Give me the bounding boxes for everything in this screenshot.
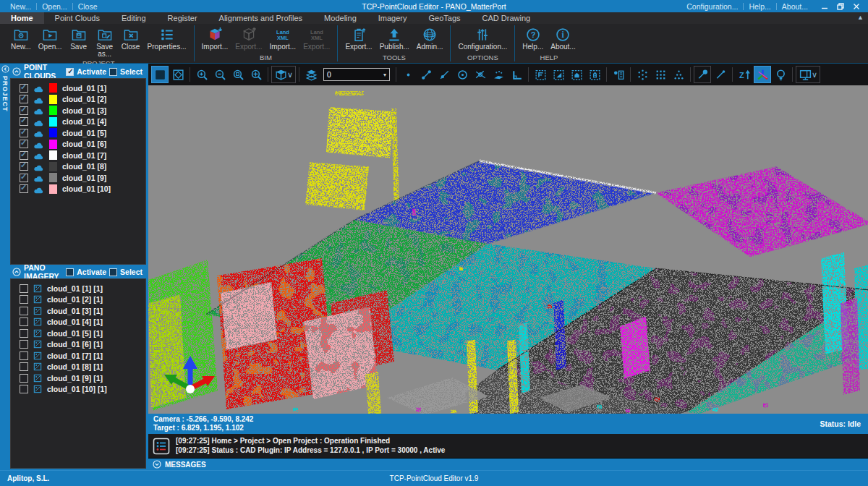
chevron-down-circle-icon[interactable]	[153, 460, 161, 469]
point-clouds-activate-checkbox[interactable]	[66, 68, 74, 76]
z-up-icon[interactable]: Z	[736, 66, 753, 83]
import-button[interactable]: Import...	[198, 26, 232, 51]
visibility-checkbox[interactable]	[20, 129, 28, 137]
pano-image-label[interactable]: cloud_01 [5] [1]	[47, 329, 103, 338]
pano-image-label[interactable]: cloud_01 [9] [1]	[47, 374, 103, 383]
color-swatch[interactable]	[49, 128, 57, 137]
visibility-checkbox[interactable]	[20, 284, 28, 293]
visibility-checkbox[interactable]	[20, 385, 28, 393]
viewport-3d[interactable]	[148, 85, 868, 414]
visibility-checkbox[interactable]	[20, 117, 28, 126]
polyline-icon[interactable]	[417, 66, 435, 83]
segment-end-icon[interactable]	[712, 66, 729, 83]
close-icon[interactable]	[849, 1, 864, 12]
zoom-out-icon[interactable]	[211, 66, 229, 83]
export-button[interactable]: Export...	[341, 26, 375, 51]
pano-image-label[interactable]: cloud_01 [1] [1]	[47, 284, 103, 293]
pano-image-label[interactable]: cloud_01 [10] [1]	[47, 385, 107, 393]
save-as-button[interactable]: Save as...	[92, 26, 118, 59]
visibility-checkbox[interactable]	[20, 84, 28, 93]
visibility-checkbox[interactable]	[20, 140, 28, 148]
titlebar-close-button[interactable]: Close	[78, 2, 98, 11]
pano-imagery-activate-checkbox[interactable]	[66, 268, 74, 276]
color-swatch[interactable]	[49, 173, 57, 182]
point-clouds-select-checkbox[interactable]	[109, 68, 117, 76]
visibility-checkbox[interactable]	[20, 362, 28, 371]
layer-select-dropdown[interactable]: 0▾	[323, 68, 390, 81]
tab-cad-drawing[interactable]: CAD Drawing	[472, 12, 542, 24]
zoom-in-icon[interactable]	[193, 66, 210, 83]
titlebar-about-button[interactable]: About...	[782, 2, 808, 11]
restore-icon[interactable]	[833, 1, 848, 12]
point-cloud-label[interactable]: cloud_01 [10]	[62, 184, 111, 193]
point-cloud-label[interactable]: cloud_01 [5]	[62, 129, 106, 137]
frame-delete-icon[interactable]	[586, 66, 603, 83]
minimize-icon[interactable]	[817, 1, 832, 12]
pano-image-label[interactable]: cloud_01 [6] [1]	[47, 340, 103, 349]
point-cloud-label[interactable]: cloud_01 [6]	[62, 140, 106, 148]
screen-layout-icon[interactable]: ∨	[796, 66, 820, 83]
properties-button[interactable]: Properties...	[144, 26, 190, 51]
visibility-checkbox[interactable]	[20, 295, 28, 304]
pano-image-label[interactable]: cloud_01 [3] [1]	[47, 307, 103, 315]
configuration-button[interactable]: Configuration...	[454, 26, 511, 51]
plane-points-icon[interactable]	[490, 66, 507, 83]
color-swatch[interactable]	[49, 117, 57, 127]
color-swatch[interactable]	[49, 95, 57, 104]
point-cloud-label[interactable]: cloud_01 [7]	[62, 151, 106, 160]
point-cloud-label[interactable]: cloud_01 [3]	[62, 106, 106, 115]
tab-home[interactable]: Home	[0, 12, 44, 24]
point-cloud-label[interactable]: cloud_01 [9]	[62, 174, 106, 182]
visibility-checkbox[interactable]	[20, 317, 28, 326]
frame-slope-icon[interactable]	[550, 66, 567, 83]
layers-icon[interactable]	[302, 66, 320, 83]
color-swatch[interactable]	[49, 106, 57, 115]
visibility-checkbox[interactable]	[20, 174, 28, 182]
frame-building-icon[interactable]	[568, 66, 585, 83]
color-swatch[interactable]	[49, 140, 57, 149]
vertex-icon[interactable]	[472, 66, 489, 83]
help-button[interactable]: ?Help...	[519, 26, 547, 51]
point-cloud-label[interactable]: cloud_01 [8]	[62, 162, 106, 171]
titlebar-new-button[interactable]: New...	[10, 2, 31, 11]
select-frame-icon[interactable]	[169, 66, 187, 83]
point-cloud-label[interactable]: cloud_01 [1]	[62, 84, 106, 93]
color-swatch[interactable]	[49, 184, 57, 194]
zoom-extents-icon[interactable]	[247, 66, 265, 83]
titlebar-help-button[interactable]: Help...	[749, 2, 770, 11]
chevron-up-circle-icon[interactable]	[12, 268, 21, 276]
visibility-checkbox[interactable]	[20, 95, 28, 103]
visibility-checkbox[interactable]	[20, 351, 28, 360]
tab-modeling[interactable]: Modeling	[313, 12, 367, 24]
line-point-icon[interactable]	[435, 66, 453, 83]
perpendicular-icon[interactable]	[508, 66, 525, 83]
import-button[interactable]: LandXMLImport...	[265, 26, 299, 51]
density-sphere-icon[interactable]	[634, 66, 651, 83]
close-button[interactable]: Close	[118, 26, 144, 51]
pano-image-label[interactable]: cloud_01 [4] [1]	[47, 317, 103, 326]
collapse-ribbon-icon[interactable]: ▲	[857, 14, 864, 21]
new-button[interactable]: New...	[7, 26, 35, 51]
density-grid-icon[interactable]	[652, 66, 669, 83]
save-button[interactable]: Save	[66, 26, 92, 51]
titlebar-configuration-button[interactable]: Configuration...	[686, 2, 738, 11]
density-pyramid-icon[interactable]	[670, 66, 687, 83]
tab-register[interactable]: Register	[157, 12, 208, 24]
point-info-icon[interactable]	[610, 66, 627, 83]
titlebar-open-button[interactable]: Open...	[42, 2, 67, 11]
visibility-checkbox[interactable]	[20, 329, 28, 338]
visibility-checkbox[interactable]	[20, 307, 28, 315]
visibility-checkbox[interactable]	[20, 340, 28, 349]
segment-start-icon[interactable]	[694, 66, 711, 83]
pano-image-label[interactable]: cloud_01 [2] [1]	[47, 295, 103, 304]
tab-editing[interactable]: Editing	[111, 12, 157, 24]
admin-button[interactable]: Admin...	[413, 26, 447, 51]
point-cloud-label[interactable]: cloud_01 [4]	[62, 117, 106, 126]
circle-point-icon[interactable]	[454, 66, 471, 83]
bulb-icon[interactable]	[772, 66, 789, 83]
point-cloud-label[interactable]: cloud_01 [2]	[62, 95, 106, 103]
visibility-checkbox[interactable]	[20, 162, 28, 171]
visibility-checkbox[interactable]	[20, 106, 28, 115]
visibility-checkbox[interactable]	[20, 374, 28, 383]
color-swatch[interactable]	[49, 83, 57, 93]
